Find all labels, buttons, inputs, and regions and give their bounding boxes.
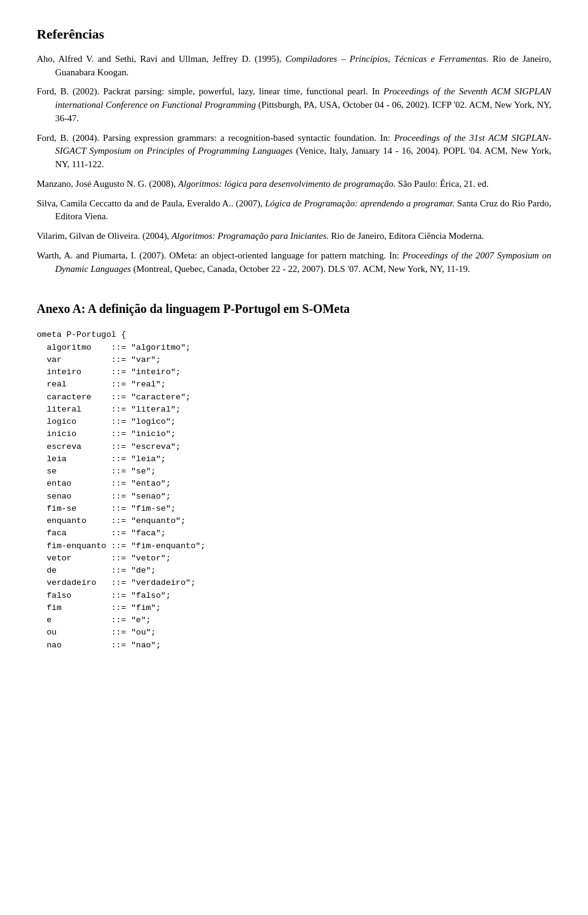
annex-section: Anexo A: A definição da linguagem P-Port… (37, 300, 551, 652)
reference-silva: Silva, Camila Ceccatto da and de Paula, … (37, 197, 551, 224)
reference-aho: Aho, Alfred V. and Sethi, Ravi and Ullma… (37, 53, 551, 80)
reference-warth: Warth, A. and Piumarta, I. (2007). OMeta… (37, 249, 551, 276)
references-title: Referências (37, 24, 551, 44)
reference-vilarim: Vilarim, Gilvan de Oliveira. (2004), Alg… (37, 230, 551, 243)
code-block: ometa P-Portugol { algoritmo ::= "algori… (37, 329, 551, 652)
reference-manzano: Manzano, José Augusto N. G. (2008), Algo… (37, 178, 551, 191)
ref-and-1: and (98, 54, 111, 64)
references-section: Referências Aho, Alfred V. and Sethi, Ra… (37, 24, 551, 276)
annex-title: Anexo A: A definição da linguagem P-Port… (37, 300, 551, 318)
reference-ford2004: Ford, B. (2004). Parsing expression gram… (37, 132, 551, 171)
reference-ford2002: Ford, B. (2002). Packrat parsing: simple… (37, 85, 551, 125)
